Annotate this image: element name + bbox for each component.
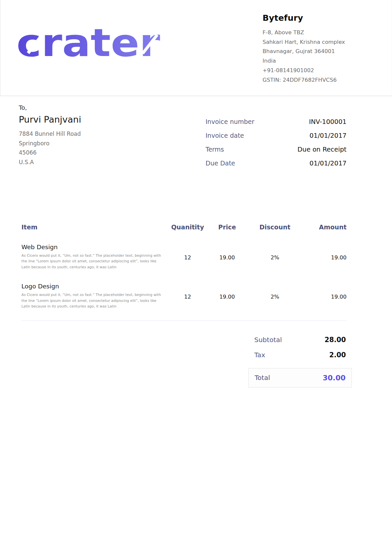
customer-address-line: Springboro (19, 139, 81, 148)
customer-name: Purvi Panjvani (19, 114, 81, 125)
table-divider (21, 320, 347, 321)
item-price: 19.00 (207, 281, 248, 300)
terms-label: Terms (206, 146, 224, 153)
crater-logo: crater (16, 23, 160, 96)
total-label: Total (255, 374, 270, 382)
company-address-line: Sahkari Hart, Krishna complex (263, 38, 372, 47)
item-cell: Web Design As Cicero would put it, “Um, … (21, 242, 169, 270)
header-discount: Discount (248, 223, 302, 231)
item-amount: 19.00 (302, 242, 347, 261)
tax-row: Tax 2.00 (248, 351, 352, 359)
company-address-line: F-8, Above TBZ (263, 28, 372, 38)
item-price: 19.00 (207, 242, 248, 261)
item-name: Web Design (21, 244, 169, 250)
header-item: Item (21, 223, 169, 231)
subtotal-row: Subtotal 28.00 (248, 336, 352, 344)
invoice-page: crater Bytefury F-8, Above TBZ Sahkari H… (0, 0, 392, 555)
header-amount: Amount (302, 223, 347, 231)
due-date-label: Due Date (206, 160, 235, 167)
invoice-date-value: 01/01/2017 (310, 132, 347, 139)
invoice-header: crater Bytefury F-8, Above TBZ Sahkari H… (0, 0, 392, 96)
svg-text:crater: crater (16, 23, 160, 63)
company-gstin: GSTIN: 24DDF7682FHVCS6 (263, 75, 372, 85)
table-row: Logo Design As Cicero would put it, “Um,… (21, 281, 347, 309)
item-amount: 19.00 (302, 281, 347, 300)
tax-label: Tax (254, 351, 265, 359)
totals-section: Subtotal 28.00 Tax 2.00 Total 30.00 (248, 336, 352, 388)
bill-to-block: To, Purvi Panjvani 7884 Bunnel Hill Road… (19, 104, 81, 173)
subtotal-label: Subtotal (254, 336, 282, 344)
total-box: Total 30.00 (248, 368, 352, 388)
company-phone: +91-08141901002 (263, 66, 372, 75)
header-price: Price (207, 223, 248, 231)
item-description: As Cicero would put it, “Um, not so fast… (21, 253, 162, 270)
due-date-value: 01/01/2017 (310, 160, 347, 167)
subtotal-value: 28.00 (324, 336, 346, 344)
invoice-meta: Invoice number INV-100001 Invoice date 0… (206, 118, 347, 173)
invoice-number-value: INV-100001 (309, 118, 347, 126)
items-table-header: Item Quanitity Price Discount Amount (21, 223, 347, 231)
invoice-date-label: Invoice date (206, 132, 244, 139)
invoice-number-row: Invoice number INV-100001 (206, 118, 347, 126)
terms-row: Terms Due on Receipt (206, 146, 347, 153)
invoice-number-label: Invoice number (206, 118, 254, 125)
due-date-row: Due Date 01/01/2017 (206, 160, 347, 167)
customer-address-line: 7884 Bunnel Hill Road (19, 129, 81, 139)
header-quantity: Quanitity (169, 223, 207, 231)
company-address-line: Bhavnagar, Gujrat 364001 (263, 47, 372, 56)
company-block: Bytefury F-8, Above TBZ Sahkari Hart, Kr… (263, 12, 372, 96)
item-description: As Cicero would put it, “Um, not so fast… (21, 292, 162, 309)
customer-address-line: 45066 (19, 148, 81, 158)
item-quantity: 12 (169, 281, 207, 300)
items-table: Item Quanitity Price Discount Amount Web… (21, 223, 347, 309)
item-name: Logo Design (21, 283, 169, 290)
item-discount: 2% (248, 242, 302, 261)
total-value: 30.00 (322, 374, 346, 382)
company-address-line: India (263, 56, 372, 66)
customer-address-line: U.S.A (19, 158, 81, 167)
bill-to-label: To, (19, 104, 81, 111)
terms-value: Due on Receipt (297, 146, 347, 153)
company-name: Bytefury (263, 13, 372, 23)
item-discount: 2% (248, 281, 302, 300)
crater-logo-icon: crater (16, 23, 160, 63)
item-cell: Logo Design As Cicero would put it, “Um,… (21, 281, 169, 309)
table-row: Web Design As Cicero would put it, “Um, … (21, 242, 347, 270)
invoice-date-row: Invoice date 01/01/2017 (206, 132, 347, 139)
tax-value: 2.00 (329, 351, 346, 359)
item-quantity: 12 (169, 242, 207, 261)
billing-section: To, Purvi Panjvani 7884 Bunnel Hill Road… (0, 96, 392, 173)
